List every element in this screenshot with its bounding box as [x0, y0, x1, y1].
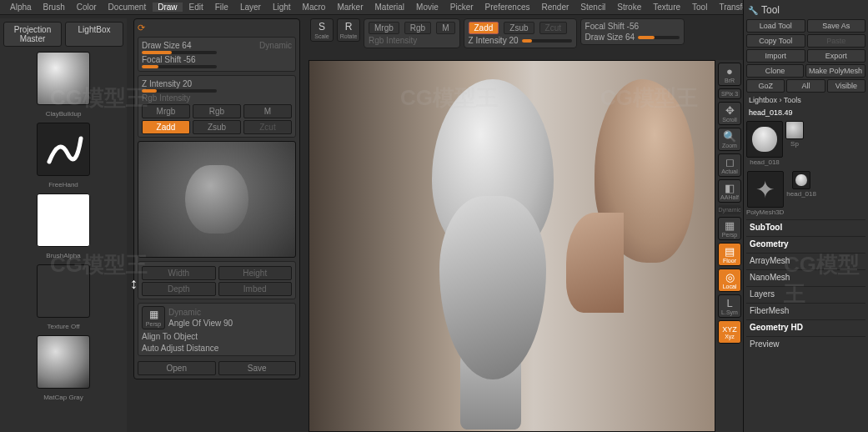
rgb-intensity-label: Rgb Intensity	[142, 93, 190, 103]
mrgb-toggle[interactable]: Mrgb	[142, 104, 190, 118]
open-button[interactable]: Open	[138, 361, 216, 375]
rotate-button[interactable]: RRotate	[337, 18, 360, 42]
thumb-head-large[interactable]	[746, 121, 783, 158]
menu-stroke[interactable]: Stroke	[612, 3, 646, 12]
texture-swatch[interactable]	[37, 264, 90, 318]
menu-layer[interactable]: Layer	[235, 3, 266, 12]
top-zadd-toggle[interactable]: Zadd	[469, 22, 499, 34]
actual-button[interactable]: ◻Actual	[718, 153, 741, 177]
menu-material[interactable]: Material	[370, 3, 410, 12]
auto-adjust-button[interactable]: Auto Adjust Distance	[142, 344, 292, 353]
all-button[interactable]: All	[786, 79, 825, 93]
scale-button[interactable]: SScale	[310, 18, 334, 42]
import-button[interactable]: Import	[746, 49, 805, 63]
sect-layers[interactable]: Layers	[746, 286, 865, 301]
rgb-toggle[interactable]: Rgb	[193, 104, 241, 118]
load-tool-button[interactable]: Load Tool	[746, 19, 805, 33]
aov-label[interactable]: Angle Of View 90	[168, 319, 292, 328]
menu-texture[interactable]: Texture	[648, 3, 685, 12]
menu-marker[interactable]: Marker	[332, 3, 368, 12]
brush-label: ClayBuildup	[3, 110, 123, 118]
local-button[interactable]: ◎Local	[718, 269, 741, 292]
export-button[interactable]: Export	[807, 49, 866, 63]
focal-shift-slider[interactable]	[142, 65, 217, 68]
sect-geometry[interactable]: Geometry	[746, 236, 865, 251]
menu-file[interactable]: File	[210, 3, 233, 12]
clone-button[interactable]: Clone	[746, 64, 804, 78]
sect-geometryhd[interactable]: Geometry HD	[746, 319, 865, 334]
menu-movie[interactable]: Movie	[411, 3, 444, 12]
m-toggle[interactable]: M	[243, 104, 292, 118]
persp-button[interactable]: ▦Persp	[718, 217, 741, 240]
scroll-button[interactable]: ✥Scroll	[718, 102, 741, 125]
pin-icon[interactable]: ⟳	[138, 23, 296, 33]
menu-preferences[interactable]: Preferences	[480, 3, 535, 12]
save-button[interactable]: Save	[218, 361, 297, 375]
zcut-toggle[interactable]: Zcut	[243, 120, 292, 134]
thumb-head-small[interactable]	[792, 171, 810, 189]
floor-button[interactable]: ▤Floor	[718, 243, 741, 266]
menu-edit[interactable]: Edit	[184, 3, 208, 12]
stroke-swatch[interactable]	[37, 123, 90, 176]
menu-stencil[interactable]: Stencil	[575, 3, 610, 12]
matcap-swatch[interactable]	[37, 335, 90, 389]
copy-tool-button[interactable]: Copy Tool	[746, 34, 805, 48]
brush-preview	[138, 141, 296, 258]
top-z-intensity-slider[interactable]	[522, 39, 572, 43]
viewport[interactable]	[309, 60, 718, 432]
alpha-label: BrushAlpha	[3, 252, 123, 259]
brush-swatch[interactable]	[37, 52, 90, 105]
tool-title: Tool	[761, 4, 780, 16]
sect-nanomesh[interactable]: NanoMesh	[746, 269, 865, 284]
menu-light[interactable]: Light	[268, 3, 296, 12]
align-to-object-button[interactable]: Align To Object	[142, 332, 292, 341]
thumb-label-2: PolyMesh3D	[746, 208, 784, 216]
paste-tool-button[interactable]: Paste	[807, 34, 866, 48]
xyz-button[interactable]: XYZXyz	[718, 320, 741, 344]
alpha-swatch[interactable]	[37, 193, 90, 247]
menu-document[interactable]: Document	[103, 3, 152, 12]
persp-icon-button[interactable]: ▦Persp	[142, 306, 165, 329]
texture-label: Texture Off	[3, 323, 123, 330]
save-tool-button[interactable]: Save As	[807, 19, 866, 33]
thumb-sphere[interactable]	[785, 121, 804, 139]
top-zsub-toggle[interactable]: Zsub	[504, 22, 534, 34]
menu-draw[interactable]: Draw	[153, 3, 182, 12]
draw-size-slider[interactable]	[142, 51, 217, 54]
sect-preview[interactable]: Preview	[746, 336, 865, 351]
menu-picker[interactable]: Picker	[445, 3, 479, 12]
lightbox-button[interactable]: LightBox	[65, 22, 123, 47]
sect-arraymesh[interactable]: ArrayMesh	[746, 253, 865, 268]
sect-subtool[interactable]: SubTool	[746, 219, 865, 234]
top-m-toggle[interactable]: M	[436, 22, 454, 34]
top-rgb-toggle[interactable]: Rgb	[404, 22, 431, 34]
thumb-polymesh[interactable]	[747, 171, 784, 208]
menu-render[interactable]: Render	[537, 3, 574, 12]
top-zcut-toggle[interactable]: Zcut	[539, 22, 567, 34]
head-sculpt[interactable]	[391, 79, 595, 413]
top-mrgb-toggle[interactable]: Mrgb	[369, 22, 399, 34]
menu-color[interactable]: Color	[72, 3, 102, 12]
dynamic-toggle[interactable]: Dynamic	[259, 41, 292, 50]
projection-master-button[interactable]: Projection Master	[3, 22, 62, 47]
aahalf-button[interactable]: ◧AAHalf	[718, 179, 741, 203]
spix-button[interactable]: SPix 3	[718, 88, 741, 99]
top-draw-size-slider[interactable]	[638, 36, 680, 39]
lsym-button[interactable]: LL.Sym	[718, 294, 741, 318]
make-polymesh-button[interactable]: Make PolyMesh	[805, 64, 865, 78]
tool-filename: head_018.49	[746, 108, 865, 118]
menu-alpha[interactable]: Alpha	[5, 3, 37, 12]
menu-brush[interactable]: Brush	[38, 3, 70, 12]
brush-radius-button[interactable]: ●BrR	[718, 63, 741, 86]
visible-button[interactable]: Visible	[827, 79, 865, 93]
menu-tool[interactable]: Tool	[687, 3, 712, 12]
height-label: Height	[218, 266, 293, 280]
menu-macro[interactable]: Macro	[298, 3, 331, 12]
sect-fibermesh[interactable]: FiberMesh	[746, 303, 865, 318]
zsub-toggle[interactable]: Zsub	[193, 120, 241, 134]
z-intensity-slider[interactable]	[142, 89, 217, 93]
goz-button[interactable]: GoZ	[746, 79, 785, 93]
zoom-button[interactable]: 🔍Zoom	[718, 128, 741, 151]
resize-vertical-icon: ↕	[130, 275, 138, 293]
zadd-toggle[interactable]: Zadd	[142, 120, 190, 134]
